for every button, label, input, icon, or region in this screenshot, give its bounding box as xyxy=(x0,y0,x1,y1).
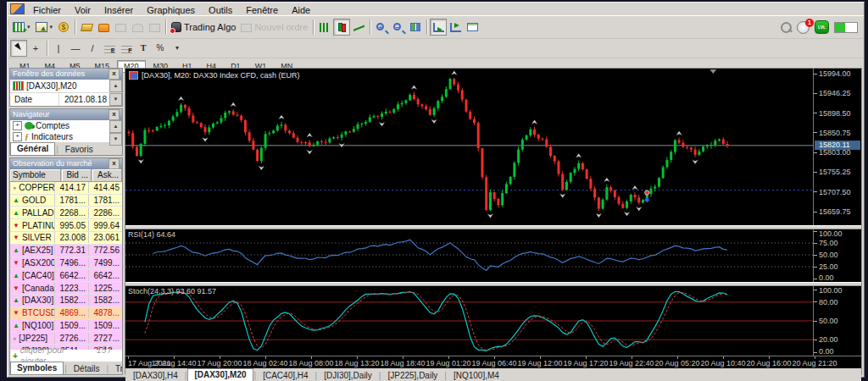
chart-tab-dji30daily[interactable]: [DJI30],Daily xyxy=(318,370,378,381)
symbol-row-dax30[interactable]: ▲[DAX30]1582...1582... xyxy=(10,295,122,307)
symbol-row-cac40[interactable]: ▲[CAC40]6642...6642... xyxy=(10,269,122,282)
menu-aide[interactable]: Aide xyxy=(285,5,317,15)
navigator-item-accounts[interactable]: +Comptes xyxy=(10,120,122,131)
menu-voir[interactable]: Voir xyxy=(68,5,97,15)
axis-tick xyxy=(814,279,817,279)
terminal-button[interactable] xyxy=(146,19,163,36)
zoom-out-button[interactable]: − xyxy=(390,19,407,36)
candlestick-chart-button[interactable] xyxy=(333,19,350,36)
data-window-date-row[interactable]: Date 2021.08.18 ▼ xyxy=(10,93,122,106)
profile-icon xyxy=(36,22,47,32)
drawing-toolbar: +|—/EFT%▾ xyxy=(8,38,864,58)
strategy-tester-button[interactable] xyxy=(464,19,481,36)
chart-tab-jp225daily[interactable]: [JP225],Daily xyxy=(381,370,443,381)
symbol-row-silver[interactable]: ▼SILVER23.00823.061 xyxy=(10,232,122,245)
dropdown-caret-icon: ▾ xyxy=(27,24,31,30)
rsi-plot[interactable] xyxy=(125,229,814,282)
stoch-axis-label: 0.00 xyxy=(819,347,834,356)
level-indicator[interactable]: LVL xyxy=(815,20,829,34)
market-watch-button[interactable] xyxy=(95,19,112,36)
text-tool[interactable]: T xyxy=(135,40,152,57)
chart-tabs-bar: [DAX30],H4|[DAX30],M20|[CAC40],H4|[DJI30… xyxy=(125,368,861,381)
navigator-item-indicators[interactable]: +ƒIndicateurs xyxy=(10,131,122,142)
symbols-button[interactable]: $ xyxy=(55,19,72,36)
coin-icon: $ xyxy=(58,22,69,32)
trendline-tool[interactable]: / xyxy=(84,40,101,57)
chart-tab-cac40h4[interactable]: [CAC40],H4 xyxy=(257,370,314,381)
close-icon[interactable]: x xyxy=(108,69,120,80)
vertical-line-tool[interactable]: | xyxy=(50,40,67,57)
chart-shift-button[interactable] xyxy=(447,19,464,36)
symbol-row-copper[interactable]: ●COPPER414.17414.45 xyxy=(10,182,122,195)
ask-cell: 1781... xyxy=(88,195,122,206)
close-icon[interactable]: x xyxy=(108,109,120,120)
scroll-down-button[interactable]: ▼ xyxy=(109,133,122,146)
new-chart-button[interactable]: ▾ xyxy=(10,19,33,36)
auto-scroll-button[interactable] xyxy=(430,19,447,36)
data-window-button[interactable] xyxy=(112,19,129,36)
column-header[interactable]: Ask... xyxy=(92,169,122,181)
rsi-axis-label: 50.00 xyxy=(819,251,838,259)
tile-windows-button[interactable] xyxy=(407,19,424,36)
menu-fenetre[interactable]: Fenêtre xyxy=(239,5,285,15)
chart-tab-dax30h4[interactable]: [DAX30],H4 xyxy=(127,370,184,381)
bar-chart-button[interactable] xyxy=(316,19,333,36)
symbol-row-platinum[interactable]: ▼PLATINUM995.05999.64 xyxy=(10,219,122,232)
scroll-up-button[interactable]: ▲ xyxy=(109,80,122,92)
trading-algo-button[interactable]: Trading Algo xyxy=(169,19,238,36)
symbol-row-asx200[interactable]: ▼[ASX200]7496...7499... xyxy=(10,257,122,270)
navig-icon xyxy=(132,24,143,32)
expand-icon[interactable]: + xyxy=(13,132,22,141)
history-center-button[interactable] xyxy=(78,19,95,36)
chart-tab-dax30m20[interactable]: [DAX30],M20 xyxy=(187,368,253,381)
horizontal-line-tool[interactable]: — xyxy=(67,40,84,57)
tab-symboles[interactable]: Symboles xyxy=(10,362,64,374)
cursor-tool[interactable] xyxy=(10,40,27,57)
equidistant-channel-tool[interactable]: E xyxy=(101,40,118,57)
menu-graphiques[interactable]: Graphiques xyxy=(140,5,202,15)
trend-down-icon: ▼ xyxy=(13,220,19,231)
more-tools-button[interactable]: ▾ xyxy=(169,40,186,57)
notifications-icon[interactable]: 1 xyxy=(797,21,810,34)
symbol-row-gold[interactable]: ▲GOLD1781...1781... xyxy=(10,195,122,207)
symbol-row-aex25[interactable]: ▲[AEX25]772.31772.56 xyxy=(10,245,122,257)
text-icon: T xyxy=(137,43,149,53)
candlestick-chart[interactable] xyxy=(125,69,814,225)
search-icon[interactable] xyxy=(781,22,792,33)
symbol-name: BTCUSD xyxy=(22,307,54,318)
scroll-down-button[interactable]: ▼ xyxy=(109,93,122,106)
arrows-tool[interactable]: % xyxy=(152,40,169,57)
line-chart-button[interactable] xyxy=(350,19,367,36)
chart-area: [DAX30], M20: DAX30 Index CFD, cash (EUR… xyxy=(125,68,862,375)
symbol-row-jp225[interactable]: ●[JP225]2726...2727... xyxy=(10,332,122,345)
symbol-row-nq100[interactable]: ▲[NQ100]1509...1509... xyxy=(10,320,122,333)
symbol-row-canada60[interactable]: ▼[Canada60]1223...1225... xyxy=(10,282,122,295)
expand-icon[interactable]: + xyxy=(13,121,22,130)
chart-tab-nq100m4[interactable]: [NQ100],M4 xyxy=(448,370,505,381)
column-header[interactable]: Bid ... xyxy=(61,169,92,181)
scroll-up-button[interactable]: ▲ xyxy=(109,120,122,133)
autoscroll-icon xyxy=(433,23,444,32)
add-symbol-row[interactable]: + cliquer pour ajouter... 15 / ... xyxy=(10,350,122,362)
tab-details[interactable]: Détails xyxy=(68,363,106,374)
fibonacci-tool[interactable]: F xyxy=(118,40,135,57)
navigator-button[interactable] xyxy=(129,19,146,36)
symbol-row-btcusd[interactable]: ▼BTCUSD4869...4878... xyxy=(10,307,122,320)
crosshair-tool[interactable]: + xyxy=(27,40,44,57)
menu-inserer[interactable]: Insérer xyxy=(97,5,140,15)
price-axis-label: 15946.25 xyxy=(819,89,851,97)
zoom-in-button[interactable]: + xyxy=(373,19,390,36)
column-header[interactable]: Symbole xyxy=(10,169,61,181)
tab-general[interactable]: Général xyxy=(10,142,55,155)
tab-favoris[interactable]: Favoris xyxy=(59,144,99,155)
close-icon[interactable]: x xyxy=(108,158,120,169)
new-order-button[interactable]: Nouvel ordre xyxy=(238,19,310,36)
stochastic-plot[interactable] xyxy=(125,286,814,356)
symbol-row-palladium[interactable]: ▲PALLADIUM2268...2286... xyxy=(10,207,122,219)
date-tick-label: 19 Aug 06:40 xyxy=(471,359,516,367)
data-window-symbol-row[interactable]: [DAX30],M20 ▲ xyxy=(10,80,122,93)
menu-outils[interactable]: Outils xyxy=(202,5,239,15)
menu-fichier[interactable]: Fichier xyxy=(26,5,68,15)
tab-trading[interactable]: Trading xyxy=(109,363,123,374)
profiles-button[interactable]: ▾ xyxy=(33,19,56,36)
